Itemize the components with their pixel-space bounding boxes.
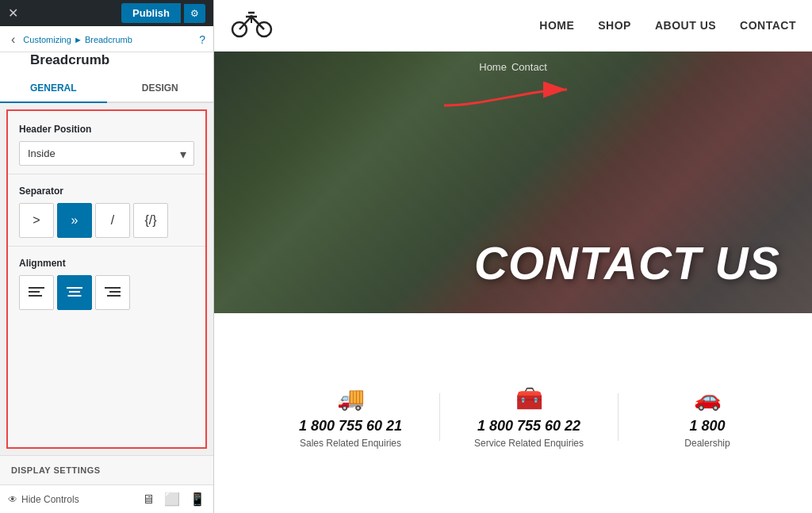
svg-rect-7 xyxy=(109,291,121,293)
align-left-button[interactable] xyxy=(19,275,54,310)
site-nav: HOME SHOP ABOUT US CONTACT xyxy=(214,0,812,52)
hero-breadcrumb: Home Contact xyxy=(479,61,547,73)
left-panel: ✕ Publish ⚙ ‹ Customizing ► Breadcrumb ?… xyxy=(0,0,214,513)
hero-breadcrumb-contact: Contact xyxy=(511,61,547,73)
hide-controls-button[interactable]: 👁 Hide Controls xyxy=(8,494,79,505)
header-position-select[interactable]: Inside Outside Overlap xyxy=(19,141,194,166)
nav-link-home[interactable]: HOME xyxy=(539,19,574,32)
nav-links: HOME SHOP ABOUT US CONTACT xyxy=(539,19,796,32)
right-panel: HOME SHOP ABOUT US CONTACT Home Contact xyxy=(214,0,812,513)
hero-section: Home Contact CONTACT US xyxy=(214,52,812,313)
breadcrumb-customizing[interactable]: Customizing xyxy=(23,35,71,44)
display-settings-bar: DISPLAY SETTINGS xyxy=(0,455,213,484)
alignment-btn-group xyxy=(19,275,194,310)
toolbox-icon: 🧰 xyxy=(456,385,602,412)
info-section: 🚚 1 800 755 60 21 Sales Related Enquirie… xyxy=(214,313,812,513)
truck-icon: 🚚 xyxy=(278,385,423,412)
publish-button[interactable]: Publish xyxy=(121,3,181,23)
header-position-label: Header Position xyxy=(19,124,194,135)
phone-2: 1 800 755 60 22 xyxy=(456,418,602,435)
svg-rect-5 xyxy=(68,295,82,297)
settings-area: Header Position Inside Outside Overlap S… xyxy=(6,109,207,449)
separator-section: Separator > » / {/} xyxy=(8,174,205,246)
desc-1: Sales Related Enquiries xyxy=(278,438,423,449)
help-icon[interactable]: ? xyxy=(199,33,205,46)
breadcrumb-nav: ‹ Customizing ► Breadcrumb ? xyxy=(0,26,213,52)
car-icon: 🚗 xyxy=(634,385,780,412)
svg-rect-6 xyxy=(105,287,121,289)
eye-icon: 👁 xyxy=(8,494,17,505)
alignment-label: Alignment xyxy=(19,258,194,269)
svg-rect-4 xyxy=(69,291,80,293)
separator-btn-brace[interactable]: {/} xyxy=(133,203,168,238)
tabs-row: GENERAL DESIGN xyxy=(0,75,213,103)
separator-btn-slash[interactable]: / xyxy=(95,203,130,238)
tab-design[interactable]: DESIGN xyxy=(107,75,214,103)
bottom-bar: 👁 Hide Controls 🖥 ⬜ 📱 xyxy=(0,484,213,513)
separator-btn-double-chevron[interactable]: » xyxy=(57,203,92,238)
header-position-select-wrapper: Inside Outside Overlap xyxy=(19,141,194,166)
site-logo xyxy=(230,7,274,44)
mobile-icon[interactable]: 📱 xyxy=(190,492,205,507)
desc-2: Service Related Enquiries xyxy=(456,438,602,449)
desc-3: Dealership xyxy=(634,438,780,449)
hero-breadcrumb-home: Home xyxy=(479,61,507,73)
svg-rect-8 xyxy=(107,295,121,297)
tablet-icon[interactable]: ⬜ xyxy=(164,492,180,507)
nav-link-contact[interactable]: CONTACT xyxy=(740,19,796,32)
bottom-icons: 🖥 ⬜ 📱 xyxy=(142,492,205,507)
top-bar: ✕ Publish ⚙ xyxy=(0,0,213,26)
svg-rect-0 xyxy=(29,287,44,289)
svg-rect-3 xyxy=(67,287,82,289)
tab-general[interactable]: GENERAL xyxy=(0,75,107,103)
info-card-2: 🧰 1 800 755 60 22 Service Related Enquir… xyxy=(440,377,618,457)
nav-link-about[interactable]: ABOUT US xyxy=(655,19,716,32)
align-center-button[interactable] xyxy=(57,275,92,310)
phone-1: 1 800 755 60 21 xyxy=(278,418,423,435)
phone-3: 1 800 xyxy=(634,418,780,435)
info-card-1: 🚚 1 800 755 60 21 Sales Related Enquirie… xyxy=(262,377,439,457)
svg-rect-2 xyxy=(29,295,42,297)
back-button[interactable]: ‹ xyxy=(8,33,18,47)
separator-btn-chevron[interactable]: > xyxy=(19,203,54,238)
hide-controls-label: Hide Controls xyxy=(21,494,79,505)
alignment-section: Alignment xyxy=(8,246,205,318)
desktop-icon[interactable]: 🖥 xyxy=(142,492,155,507)
breadcrumb-path: Customizing ► Breadcrumb xyxy=(23,35,194,44)
nav-link-shop[interactable]: SHOP xyxy=(598,19,631,32)
publish-group: Publish ⚙ xyxy=(121,3,205,23)
page-title: Breadcrumb xyxy=(0,52,213,75)
svg-rect-1 xyxy=(29,291,40,293)
publish-gear-button[interactable]: ⚙ xyxy=(184,4,205,23)
breadcrumb-section[interactable]: Breadcrumb xyxy=(85,35,132,44)
align-right-button[interactable] xyxy=(95,275,130,310)
info-card-3: 🚗 1 800 Dealership xyxy=(619,377,796,457)
separator-label: Separator xyxy=(19,186,194,197)
hero-title: CONTACT US xyxy=(474,236,780,289)
breadcrumb-arrow: ► xyxy=(74,35,85,44)
close-button[interactable]: ✕ xyxy=(8,6,18,21)
arrow-overlay xyxy=(436,74,579,117)
header-position-section: Header Position Inside Outside Overlap xyxy=(8,111,205,174)
separator-btn-group: > » / {/} xyxy=(19,203,194,238)
